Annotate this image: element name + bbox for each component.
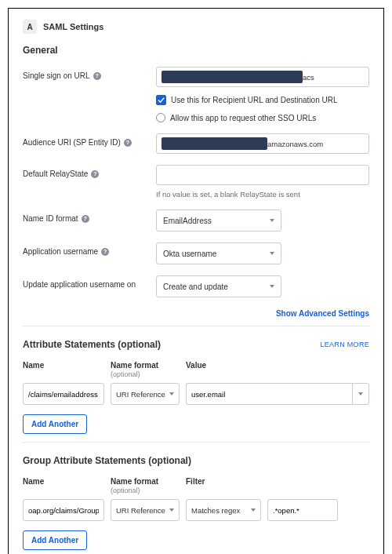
audience-uri-suffix: amazonaws.com [267, 140, 323, 148]
attr-name-input[interactable] [23, 383, 104, 405]
chevron-down-icon [270, 219, 274, 222]
select-app-username[interactable]: Okta username [156, 242, 281, 264]
btn-add-another-group[interactable]: Add Another [23, 530, 87, 550]
step-badge: A [23, 20, 37, 34]
label-sso-url-text: Single sign on URL [23, 71, 90, 80]
link-show-advanced[interactable]: Show Advanced Settings [276, 309, 369, 318]
chevron-down-icon [169, 508, 174, 512]
row-name-id: Name ID format ? EmailAddress [23, 210, 369, 231]
panel-title: SAML Settings [43, 22, 103, 31]
redacted-bar [162, 137, 267, 150]
chevron-down-icon [169, 392, 174, 395]
help-icon[interactable]: ? [82, 215, 89, 223]
chevron-down-icon [270, 252, 274, 255]
col-value: Value [186, 361, 369, 378]
group-filter-select[interactable]: Matches regex [186, 499, 261, 521]
label-relay-state: Default RelayState ? [23, 165, 156, 178]
chevron-down-icon [358, 392, 363, 395]
help-icon[interactable]: ? [93, 72, 101, 80]
attr-value-dropdown[interactable] [352, 383, 369, 405]
btn-add-another-attr[interactable]: Add Another [23, 414, 87, 434]
radio-icon [156, 113, 165, 122]
attr-value-combo [186, 383, 369, 405]
label-update-username-text: Update application username on [23, 280, 136, 289]
group-filter-input[interactable] [267, 499, 338, 521]
link-learn-more[interactable]: LEARN MORE [320, 341, 369, 348]
radio-allow-other-sso[interactable]: Allow this app to request other SSO URLs [156, 113, 369, 122]
row-app-username: Application username ? Okta username [23, 242, 369, 264]
col-name: Name [23, 477, 104, 494]
group-format-value: URI Reference [116, 506, 165, 515]
attr-value-input[interactable] [186, 383, 352, 405]
select-app-username-value: Okta username [163, 250, 216, 258]
attr-row: URI Reference [23, 383, 369, 405]
row-audience-uri: Audience URI (SP Entity ID) ? amazonaws.… [23, 133, 369, 154]
separator [23, 442, 369, 443]
row-update-username: Update application username on Create an… [23, 275, 369, 297]
group-format-select[interactable]: URI Reference [111, 499, 180, 521]
sso-url-suffix: acs [303, 73, 314, 82]
group-col-headers: Name Name format (optional) Filter [23, 477, 369, 494]
label-app-username: Application username ? [23, 242, 156, 256]
select-name-id-value: EmailAddress [163, 217, 212, 225]
group-attr-heading: Group Attribute Statements (optional) [23, 455, 369, 466]
radio-label: Allow this app to request other SSO URLs [170, 114, 316, 122]
checkbox-icon-checked [156, 95, 166, 105]
panel-header: A SAML Settings [23, 20, 369, 34]
chevron-down-icon [251, 508, 256, 512]
select-name-id[interactable]: EmailAddress [156, 210, 281, 231]
attr-col-headers: Name Name format (optional) Value [23, 361, 369, 378]
redacted-bar [162, 71, 303, 83]
label-sso-url: Single sign on URL ? [23, 67, 156, 80]
col-filter: Filter [186, 477, 369, 494]
attr-section-header: Attribute Statements (optional) LEARN MO… [23, 339, 369, 350]
attr-format-select[interactable]: URI Reference [111, 383, 180, 405]
row-relay-state: Default RelayState ? If no value is set,… [23, 165, 369, 199]
chevron-down-icon [270, 285, 274, 288]
helper-relay-state: If no value is set, a blank RelayState i… [156, 190, 369, 199]
col-format: Name format (optional) [111, 361, 180, 378]
input-audience-uri[interactable]: amazonaws.com [156, 133, 369, 154]
input-relay-state[interactable] [156, 165, 369, 185]
label-relay-state-text: Default RelayState [23, 169, 88, 178]
col-format: Name format (optional) [111, 477, 180, 494]
help-icon[interactable]: ? [124, 139, 132, 147]
label-audience-uri-text: Audience URI (SP Entity ID) [23, 138, 121, 147]
separator [23, 326, 369, 326]
attr-format-value: URI Reference [116, 390, 165, 399]
general-heading: General [23, 45, 369, 56]
group-attr-row: URI Reference Matches regex [23, 499, 369, 521]
checkbox-label: Use this for Recipient URL and Destinati… [171, 96, 338, 104]
label-name-id-text: Name ID format [23, 214, 78, 223]
label-update-username: Update application username on [23, 275, 156, 289]
label-app-username-text: Application username [23, 247, 98, 256]
select-update-username[interactable]: Create and update [156, 275, 281, 297]
group-name-input[interactable] [23, 499, 104, 521]
group-filter-type: Matches regex [191, 506, 240, 515]
help-icon[interactable]: ? [101, 248, 109, 256]
label-name-id: Name ID format ? [23, 210, 156, 223]
saml-settings-panel: A SAML Settings General Single sign on U… [8, 8, 384, 554]
input-sso-url[interactable]: acs [156, 67, 369, 87]
col-name: Name [23, 361, 104, 378]
help-icon[interactable]: ? [91, 170, 99, 178]
attr-heading: Attribute Statements (optional) [23, 339, 161, 350]
row-sso-url: Single sign on URL ? acs Use this for Re… [23, 67, 369, 122]
checkbox-recipient-url[interactable]: Use this for Recipient URL and Destinati… [156, 95, 369, 105]
label-audience-uri: Audience URI (SP Entity ID) ? [23, 133, 156, 147]
select-update-username-value: Create and update [163, 282, 228, 291]
